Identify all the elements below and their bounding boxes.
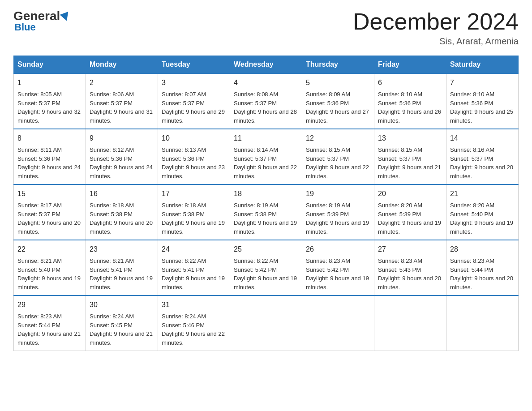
day-cell [446, 295, 519, 351]
day-number: 27 [378, 244, 442, 255]
day-number: 20 [378, 188, 442, 199]
col-header-wednesday: Wednesday [230, 56, 302, 74]
day-number: 10 [162, 133, 226, 144]
day-number: 6 [378, 77, 442, 88]
week-row-4: 22Sunrise: 8:21 AMSunset: 5:40 PMDayligh… [14, 240, 519, 295]
location: Sis, Ararat, Armenia [353, 36, 519, 47]
day-number: 16 [90, 188, 154, 199]
day-cell: 18Sunrise: 8:19 AMSunset: 5:38 PMDayligh… [230, 184, 302, 240]
day-info: Sunrise: 8:19 AMSunset: 5:39 PMDaylight:… [306, 202, 369, 235]
day-info: Sunrise: 8:21 AMSunset: 5:40 PMDaylight:… [17, 257, 81, 291]
day-cell: 3Sunrise: 8:07 AMSunset: 5:37 PMDaylight… [158, 73, 230, 129]
day-info: Sunrise: 8:14 AMSunset: 5:37 PMDaylight:… [234, 146, 297, 180]
day-number: 17 [162, 188, 226, 199]
week-row-2: 8Sunrise: 8:11 AMSunset: 5:36 PMDaylight… [14, 129, 519, 184]
day-cell: 7Sunrise: 8:10 AMSunset: 5:36 PMDaylight… [446, 73, 519, 129]
day-info: Sunrise: 8:05 AMSunset: 5:37 PMDaylight:… [17, 91, 81, 124]
calendar-header-row: SundayMondayTuesdayWednesdayThursdayFrid… [14, 56, 519, 74]
day-info: Sunrise: 8:23 AMSunset: 5:43 PMDaylight:… [378, 257, 441, 291]
day-info: Sunrise: 8:19 AMSunset: 5:38 PMDaylight:… [234, 202, 297, 235]
day-number: 21 [450, 188, 515, 199]
week-row-3: 15Sunrise: 8:17 AMSunset: 5:37 PMDayligh… [14, 184, 519, 240]
day-cell: 20Sunrise: 8:20 AMSunset: 5:39 PMDayligh… [374, 184, 446, 240]
week-row-5: 29Sunrise: 8:23 AMSunset: 5:44 PMDayligh… [14, 295, 519, 351]
day-info: Sunrise: 8:07 AMSunset: 5:37 PMDaylight:… [162, 91, 225, 124]
day-number: 1 [17, 77, 82, 88]
day-cell: 29Sunrise: 8:23 AMSunset: 5:44 PMDayligh… [14, 295, 86, 351]
col-header-sunday: Sunday [14, 56, 86, 74]
day-info: Sunrise: 8:17 AMSunset: 5:37 PMDaylight:… [17, 202, 81, 235]
day-info: Sunrise: 8:23 AMSunset: 5:44 PMDaylight:… [450, 257, 513, 291]
day-cell: 24Sunrise: 8:22 AMSunset: 5:41 PMDayligh… [158, 240, 230, 295]
day-info: Sunrise: 8:15 AMSunset: 5:37 PMDaylight:… [306, 146, 369, 180]
day-info: Sunrise: 8:09 AMSunset: 5:36 PMDaylight:… [306, 91, 369, 124]
col-header-friday: Friday [374, 56, 446, 74]
day-cell: 10Sunrise: 8:13 AMSunset: 5:36 PMDayligh… [158, 129, 230, 184]
logo-triangle-icon [60, 12, 71, 22]
day-info: Sunrise: 8:10 AMSunset: 5:36 PMDaylight:… [378, 91, 441, 124]
day-number: 15 [17, 188, 82, 199]
day-cell [230, 295, 302, 351]
day-info: Sunrise: 8:16 AMSunset: 5:37 PMDaylight:… [450, 146, 513, 180]
day-cell: 4Sunrise: 8:08 AMSunset: 5:37 PMDaylight… [230, 73, 302, 129]
title-block: December 2024 Sis, Ararat, Armenia [353, 9, 519, 47]
day-number: 2 [90, 77, 154, 88]
day-cell: 22Sunrise: 8:21 AMSunset: 5:40 PMDayligh… [14, 240, 86, 295]
day-number: 4 [234, 77, 298, 88]
day-number: 30 [90, 300, 154, 310]
day-cell: 14Sunrise: 8:16 AMSunset: 5:37 PMDayligh… [446, 129, 519, 184]
day-info: Sunrise: 8:22 AMSunset: 5:42 PMDaylight:… [234, 257, 297, 291]
day-number: 3 [162, 77, 226, 88]
day-cell: 28Sunrise: 8:23 AMSunset: 5:44 PMDayligh… [446, 240, 519, 295]
day-info: Sunrise: 8:24 AMSunset: 5:45 PMDaylight:… [90, 313, 153, 346]
day-cell: 2Sunrise: 8:06 AMSunset: 5:37 PMDaylight… [86, 73, 158, 129]
day-info: Sunrise: 8:13 AMSunset: 5:36 PMDaylight:… [162, 146, 225, 180]
day-cell: 17Sunrise: 8:18 AMSunset: 5:38 PMDayligh… [158, 184, 230, 240]
day-info: Sunrise: 8:23 AMSunset: 5:44 PMDaylight:… [17, 313, 81, 346]
day-cell: 13Sunrise: 8:15 AMSunset: 5:37 PMDayligh… [374, 129, 446, 184]
logo: General Blue [13, 9, 71, 33]
day-info: Sunrise: 8:20 AMSunset: 5:40 PMDaylight:… [450, 202, 513, 235]
day-cell: 8Sunrise: 8:11 AMSunset: 5:36 PMDaylight… [14, 129, 86, 184]
day-cell: 31Sunrise: 8:24 AMSunset: 5:46 PMDayligh… [158, 295, 230, 351]
logo-blue-text: Blue [14, 21, 36, 33]
day-number: 7 [450, 77, 515, 88]
day-info: Sunrise: 8:21 AMSunset: 5:41 PMDaylight:… [90, 257, 153, 291]
day-number: 31 [162, 300, 226, 310]
col-header-saturday: Saturday [446, 56, 519, 74]
day-info: Sunrise: 8:10 AMSunset: 5:36 PMDaylight:… [450, 91, 513, 124]
day-cell: 19Sunrise: 8:19 AMSunset: 5:39 PMDayligh… [302, 184, 374, 240]
day-info: Sunrise: 8:23 AMSunset: 5:42 PMDaylight:… [306, 257, 369, 291]
day-number: 18 [234, 188, 298, 199]
day-number: 9 [90, 133, 154, 144]
day-number: 29 [17, 300, 82, 310]
day-cell: 12Sunrise: 8:15 AMSunset: 5:37 PMDayligh… [302, 129, 374, 184]
day-cell: 30Sunrise: 8:24 AMSunset: 5:45 PMDayligh… [86, 295, 158, 351]
day-number: 12 [306, 133, 370, 144]
day-info: Sunrise: 8:20 AMSunset: 5:39 PMDaylight:… [378, 202, 441, 235]
day-cell: 26Sunrise: 8:23 AMSunset: 5:42 PMDayligh… [302, 240, 374, 295]
day-cell [302, 295, 374, 351]
day-cell: 5Sunrise: 8:09 AMSunset: 5:36 PMDaylight… [302, 73, 374, 129]
day-number: 25 [234, 244, 298, 255]
day-info: Sunrise: 8:11 AMSunset: 5:36 PMDaylight:… [17, 146, 81, 180]
day-info: Sunrise: 8:06 AMSunset: 5:37 PMDaylight:… [90, 91, 153, 124]
day-number: 11 [234, 133, 298, 144]
day-number: 8 [17, 133, 82, 144]
day-number: 5 [306, 77, 370, 88]
day-number: 24 [162, 244, 226, 255]
week-row-1: 1Sunrise: 8:05 AMSunset: 5:37 PMDaylight… [14, 73, 519, 129]
day-cell: 1Sunrise: 8:05 AMSunset: 5:37 PMDaylight… [14, 73, 86, 129]
day-number: 13 [378, 133, 442, 144]
col-header-monday: Monday [86, 56, 158, 74]
day-cell: 23Sunrise: 8:21 AMSunset: 5:41 PMDayligh… [86, 240, 158, 295]
day-cell: 9Sunrise: 8:12 AMSunset: 5:36 PMDaylight… [86, 129, 158, 184]
day-cell: 16Sunrise: 8:18 AMSunset: 5:38 PMDayligh… [86, 184, 158, 240]
day-cell: 15Sunrise: 8:17 AMSunset: 5:37 PMDayligh… [14, 184, 86, 240]
col-header-tuesday: Tuesday [158, 56, 230, 74]
day-cell: 25Sunrise: 8:22 AMSunset: 5:42 PMDayligh… [230, 240, 302, 295]
day-cell: 11Sunrise: 8:14 AMSunset: 5:37 PMDayligh… [230, 129, 302, 184]
col-header-thursday: Thursday [302, 56, 374, 74]
calendar-table: SundayMondayTuesdayWednesdayThursdayFrid… [13, 56, 519, 351]
day-info: Sunrise: 8:24 AMSunset: 5:46 PMDaylight:… [162, 313, 225, 346]
